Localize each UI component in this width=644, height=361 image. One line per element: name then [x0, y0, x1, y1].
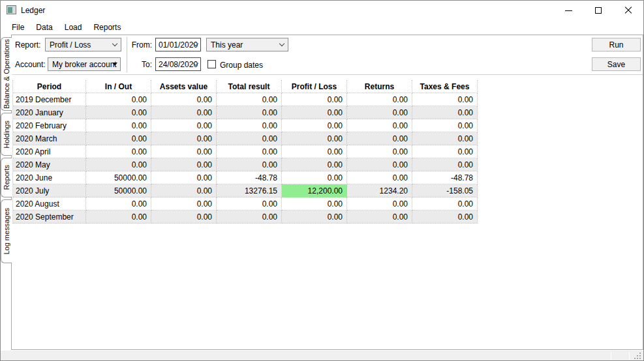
- run-button[interactable]: Run: [592, 38, 641, 51]
- value-cell[interactable]: 0.00: [412, 132, 478, 145]
- from-label: From:: [130, 38, 152, 51]
- maximize-button[interactable]: [583, 1, 613, 20]
- value-cell[interactable]: 0.00: [282, 119, 347, 132]
- value-cell[interactable]: 0.00: [347, 171, 412, 184]
- value-cell[interactable]: 0.00: [347, 145, 412, 158]
- value-cell[interactable]: 0.00: [86, 119, 151, 132]
- period-cell[interactable]: 2020 June: [13, 171, 86, 184]
- tab-log-messages[interactable]: Log messages: [1, 199, 12, 263]
- value-cell[interactable]: 0.00: [86, 132, 151, 145]
- column-header: Total result: [217, 80, 282, 93]
- value-cell[interactable]: 0.00: [86, 197, 151, 210]
- value-cell-highlighted[interactable]: 12,200.00: [282, 184, 347, 197]
- value-cell[interactable]: 0.00: [282, 132, 347, 145]
- resize-grip-icon[interactable]: [639, 358, 641, 359]
- value-cell[interactable]: 0.00: [412, 93, 478, 106]
- value-cell[interactable]: 0.00: [86, 93, 151, 106]
- value-cell[interactable]: 50000.00: [86, 184, 151, 197]
- to-date-field[interactable]: 24/08/2020: [155, 57, 201, 71]
- value-cell[interactable]: 0.00: [86, 210, 151, 224]
- column-header: Returns: [347, 80, 412, 93]
- value-cell[interactable]: 0.00: [412, 145, 478, 158]
- minimize-button[interactable]: [553, 1, 583, 20]
- value-cell[interactable]: 0.00: [282, 171, 347, 184]
- menu-load[interactable]: Load: [59, 21, 88, 34]
- value-cell[interactable]: 0.00: [282, 210, 347, 224]
- value-cell[interactable]: 0.00: [217, 210, 282, 224]
- column-header: Period: [13, 80, 86, 93]
- value-cell[interactable]: 0.00: [86, 106, 151, 119]
- value-cell[interactable]: 0.00: [412, 158, 478, 171]
- title-bar: Ledger: [1, 1, 643, 20]
- period-cell[interactable]: 2020 May: [13, 158, 86, 171]
- value-cell[interactable]: 0.00: [151, 171, 217, 184]
- group-dates-checkbox[interactable]: [207, 60, 216, 68]
- menu-reports[interactable]: Reports: [87, 21, 127, 34]
- value-cell[interactable]: 0.00: [412, 197, 478, 210]
- value-cell[interactable]: 0.00: [412, 210, 478, 224]
- value-cell[interactable]: 0.00: [282, 106, 347, 119]
- value-cell[interactable]: -48.78: [412, 171, 478, 184]
- close-icon: [624, 7, 632, 14]
- value-cell[interactable]: 0.00: [151, 93, 217, 106]
- maximize-icon: [595, 7, 602, 14]
- period-cell[interactable]: 2020 September: [13, 210, 86, 224]
- value-cell[interactable]: 0.00: [151, 184, 217, 197]
- value-cell[interactable]: 0.00: [282, 93, 347, 106]
- value-cell[interactable]: 0.00: [217, 132, 282, 145]
- period-cell[interactable]: 2019 December: [13, 93, 86, 106]
- value-cell[interactable]: 0.00: [217, 158, 282, 171]
- value-cell[interactable]: 0.00: [86, 158, 151, 171]
- save-button[interactable]: Save: [592, 57, 641, 71]
- value-cell[interactable]: 0.00: [347, 210, 412, 224]
- tab-balance-operations[interactable]: Balance & Operations: [1, 37, 12, 111]
- value-cell[interactable]: 0.00: [347, 132, 412, 145]
- column-header: In / Out: [86, 80, 151, 93]
- value-cell[interactable]: 0.00: [347, 197, 412, 210]
- value-cell[interactable]: 0.00: [347, 119, 412, 132]
- value-cell[interactable]: 0.00: [151, 197, 217, 210]
- value-cell[interactable]: 0.00: [412, 106, 478, 119]
- value-cell[interactable]: 0.00: [282, 197, 347, 210]
- value-cell[interactable]: 0.00: [282, 158, 347, 171]
- value-cell[interactable]: 0.00: [151, 158, 217, 171]
- period-cell[interactable]: 2020 August: [13, 197, 86, 210]
- value-cell[interactable]: 0.00: [217, 197, 282, 210]
- value-cell[interactable]: 0.00: [86, 145, 151, 158]
- value-cell[interactable]: 0.00: [217, 93, 282, 106]
- tab-holdings[interactable]: Holdings: [1, 113, 12, 156]
- period-cell[interactable]: 2020 March: [13, 132, 86, 145]
- menu-file[interactable]: File: [6, 21, 30, 34]
- value-cell[interactable]: 0.00: [347, 158, 412, 171]
- close-button[interactable]: [613, 1, 643, 20]
- from-date-field[interactable]: 01/01/2020: [155, 38, 201, 51]
- value-cell[interactable]: 0.00: [151, 119, 217, 132]
- report-dropdown[interactable]: Profit / Loss: [45, 38, 121, 51]
- value-cell[interactable]: 0.00: [151, 132, 217, 145]
- value-cell[interactable]: 0.00: [217, 106, 282, 119]
- period-cell[interactable]: 2020 February: [13, 119, 86, 132]
- value-cell[interactable]: 0.00: [151, 145, 217, 158]
- report-table: PeriodIn / OutAssets valueTotal resultPr…: [12, 80, 478, 224]
- value-cell[interactable]: 50000.00: [86, 171, 151, 184]
- value-cell[interactable]: 0.00: [412, 119, 478, 132]
- period-cell[interactable]: 2020 January: [13, 106, 86, 119]
- value-cell[interactable]: 0.00: [282, 145, 347, 158]
- date-range-dropdown[interactable]: This year: [206, 38, 288, 51]
- tab-reports[interactable]: Reports: [1, 158, 12, 197]
- value-cell[interactable]: 1234.20: [347, 184, 412, 197]
- value-cell[interactable]: 0.00: [347, 93, 412, 106]
- value-cell[interactable]: -48.78: [217, 171, 282, 184]
- value-cell[interactable]: -158.05: [412, 184, 478, 197]
- value-cell[interactable]: 0.00: [217, 119, 282, 132]
- value-cell[interactable]: 0.00: [347, 106, 412, 119]
- menu-data[interactable]: Data: [30, 21, 58, 34]
- value-cell[interactable]: 0.00: [151, 106, 217, 119]
- value-cell[interactable]: 0.00: [217, 145, 282, 158]
- value-cell[interactable]: 13276.15: [217, 184, 282, 197]
- period-cell[interactable]: 2020 July: [13, 184, 86, 197]
- period-cell[interactable]: 2020 April: [13, 145, 86, 158]
- app-window: Ledger File Data Load Reports Balance & …: [0, 0, 644, 361]
- account-dropdown[interactable]: My broker account: [48, 57, 121, 71]
- value-cell[interactable]: 0.00: [151, 210, 217, 224]
